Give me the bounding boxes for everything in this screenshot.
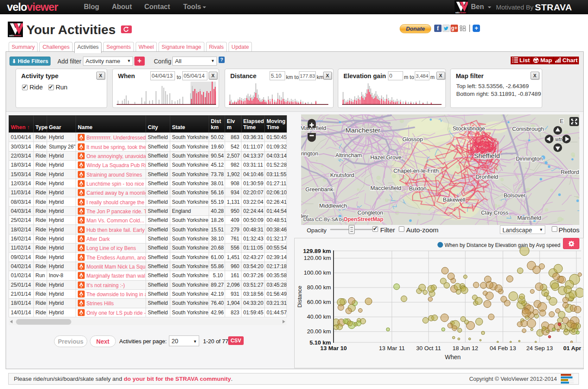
svg-text:Sheffield: Sheffield [474,152,500,159]
svg-text:Hazel Grove: Hazel Grove [370,154,401,161]
svg-text:Bakewell: Bakewell [443,196,465,203]
svg-text:Dronfield: Dronfield [476,174,498,180]
svg-text:Chapel-en-le-Frith: Chapel-en-le-Frith [394,168,439,174]
svg-text:Middlewich: Middlewich [319,202,347,209]
svg-text:Glossop: Glossop [402,136,423,142]
svg-text:129.89 km: 129.89 km [303,248,331,254]
svg-text:20.00 km: 20.00 km [307,328,331,335]
svg-text:Altrincham: Altrincham [335,152,362,158]
svg-text:120.00 km: 120.00 km [304,255,331,261]
svg-text:01 Apr 14: 01 Apr 14 [563,345,583,351]
svg-text:veloviewer: veloviewer [9,34,22,37]
svg-text:When by Distance by Elevation: When by Distance by Elevation gain by Av… [445,242,560,248]
svg-text:80.00 km: 80.00 km [307,284,331,291]
svg-text:04 Feb 13: 04 Feb 13 [490,345,516,351]
svg-text:Congleton: Congleton [357,209,383,216]
svg-text:Data CC-By-SA by: Data CC-By-SA by [303,217,344,222]
svg-text:OpenStreetMap: OpenStreetMap [343,216,384,222]
svg-text:Buxton: Buxton [409,185,426,192]
svg-text:60.00 km: 60.00 km [307,299,331,305]
svg-text:Retford: Retford [561,169,579,175]
svg-text:Macclesfield: Macclesfield [370,185,401,191]
svg-text:Manchester: Manchester [346,127,381,134]
svg-text:veloviewer: veloviewer [455,12,466,14]
svg-text:Clay Cross: Clay Cross [481,209,509,216]
svg-text:wtr: wtr [555,136,562,142]
svg-text:Mansfield: Mansfield [517,215,541,221]
svg-text:Distance: Distance [296,286,303,308]
svg-text:E: E [560,118,564,124]
svg-text:Bolsover: Bolsover [504,192,526,199]
svg-text:Stocksbridge: Stocksbridge [452,125,485,132]
svg-text:13 Mar 11: 13 Mar 11 [379,345,405,351]
svg-text:100.00 km: 100.00 km [304,269,331,276]
svg-text:30 Oct 11: 30 Oct 11 [416,345,441,351]
svg-text:Greenbank: Greenbank [305,186,334,193]
svg-text:When: When [445,354,461,361]
svg-text:40.00 km: 40.00 km [307,313,331,320]
svg-text:24 Sep 13: 24 Sep 13 [526,345,553,351]
svg-text:Knutsford: Knutsford [330,172,354,178]
svg-text:arrington: arrington [301,150,318,157]
svg-text:Dinnington: Dinnington [516,155,543,162]
svg-text:Conisbrough: Conisbrough [512,126,544,132]
svg-text:13 Mar 10: 13 Mar 10 [320,345,347,351]
svg-text:18 Jun 12: 18 Jun 12 [452,345,478,351]
